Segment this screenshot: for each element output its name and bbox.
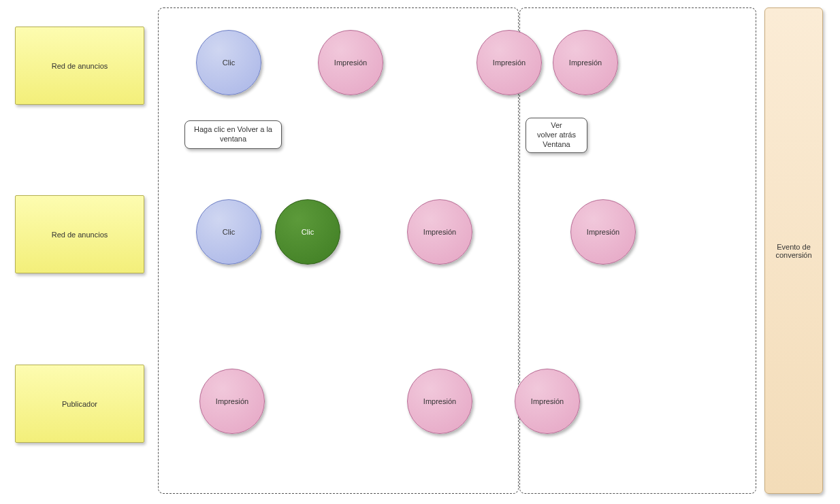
source-box-publisher: Publicador [15,365,144,443]
event-impresion-row2-b: Impresión [570,199,636,265]
event-clic-row2-green: Clic [275,199,340,265]
note-text: Ver volver atrás Ventana [537,121,576,149]
source-box-label: Red de anuncios [52,62,108,70]
conversion-event-box: Evento de conversión [764,7,823,494]
event-label: Impresión [493,58,526,67]
event-impresion-row1-a: Impresión [318,30,383,95]
note-click-back: Haga clic en Volver a la ventana [184,120,282,149]
note-text: Haga clic en Volver a la ventana [192,125,274,144]
event-impresion-row1-b: Impresión [476,30,542,95]
event-label: Impresión [423,397,456,405]
event-label: Impresión [334,58,367,67]
event-impresion-row1-c: Impresión [553,30,618,95]
event-label: Clic [223,228,235,236]
conversion-event-label: Evento de conversión [772,243,815,259]
event-label: Impresión [587,228,619,236]
source-box-label: Red de anuncios [52,231,108,239]
source-box-ad-network-1: Red de anuncios [15,27,144,105]
event-clic-row1: Clic [196,30,261,95]
event-label: Impresión [423,228,456,236]
source-box-label: Publicador [62,400,97,408]
event-impresion-row3-b: Impresión [407,369,472,434]
note-view-back: Ver volver atrás Ventana [526,118,587,153]
event-label: Impresión [216,397,248,405]
event-label: Impresión [531,397,564,405]
event-label: Clic [302,228,314,236]
event-impresion-row3-c: Impresión [515,369,580,434]
source-box-ad-network-2: Red de anuncios [15,195,144,273]
event-label: Impresión [569,58,602,67]
event-impresion-row2-a: Impresión [407,199,472,265]
event-label: Clic [223,58,235,67]
event-impresion-row3-a: Impresión [199,369,265,434]
event-clic-row2-blue: Clic [196,199,261,265]
